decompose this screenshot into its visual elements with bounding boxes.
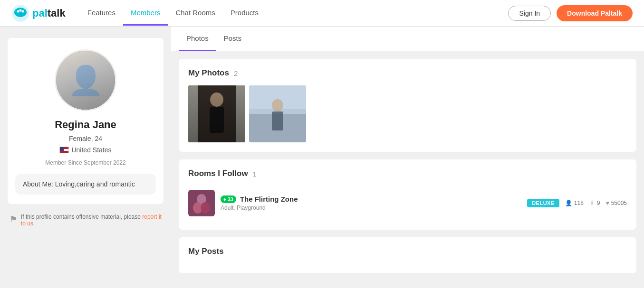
svg-rect-11 (198, 85, 236, 142)
photos-grid (188, 85, 627, 142)
photo-1-image (188, 85, 245, 142)
rooms-section: Rooms I Follow 1 ♦ 33 (179, 159, 636, 230)
room-badges: DELUXE 👤 118 🎙 9 ♥ 55005 (527, 199, 627, 207)
nav-features[interactable]: Features (80, 1, 123, 26)
rooms-count: 1 (253, 170, 257, 178)
tab-posts[interactable]: Posts (216, 27, 250, 51)
room-stat-mics: 🎙 9 (589, 200, 600, 206)
report-area: ⚑ If this profile contains offensive mat… (8, 214, 163, 227)
avatar-image (56, 49, 115, 111)
sidebar: Regina Jane Female, 24 United States Mem… (0, 27, 171, 288)
profile-card: Regina Jane Female, 24 United States Mem… (8, 38, 163, 204)
page-body: Regina Jane Female, 24 United States Mem… (0, 27, 644, 288)
mic-icon: 🎙 (589, 200, 595, 206)
avatar-svg (56, 49, 115, 111)
photo-2-image (249, 85, 306, 142)
svg-rect-14 (188, 85, 198, 142)
nav-products[interactable]: Products (223, 1, 266, 26)
header: paltalk Features Members Chat Rooms Prod… (0, 0, 644, 27)
room-item: ♦ 33 The Flirting Zone Adult, Playground… (188, 186, 627, 220)
country-name: United States (71, 146, 111, 154)
svg-point-4 (22, 10, 24, 12)
svg-point-24 (201, 202, 210, 214)
signin-button[interactable]: Sign In (508, 6, 551, 21)
room-level: 33 (228, 196, 233, 202)
svg-rect-13 (210, 107, 224, 133)
profile-name: Regina Jane (55, 119, 116, 131)
posts-title: My Posts (188, 247, 627, 256)
members-icon: 👤 (565, 200, 572, 206)
download-button[interactable]: Download Paltalk (557, 5, 633, 21)
photos-count: 2 (234, 69, 238, 77)
svg-rect-7 (56, 49, 115, 111)
tab-photos[interactable]: Photos (179, 27, 216, 51)
members-count: 118 (574, 200, 584, 206)
svg-rect-10 (188, 85, 245, 142)
room-thumb-image (188, 190, 215, 216)
svg-point-19 (272, 99, 283, 111)
svg-point-12 (210, 93, 223, 107)
room-thumbnail[interactable] (188, 190, 215, 216)
svg-rect-6 (56, 49, 115, 111)
room-info: ♦ 33 The Flirting Zone Adult, Playground (221, 195, 521, 211)
svg-point-9 (69, 75, 105, 111)
photo-1[interactable] (188, 85, 245, 142)
flag-icon (59, 147, 69, 153)
room-name[interactable]: The Flirting Zone (240, 195, 298, 203)
diamond-icon: ♦ (223, 196, 226, 202)
logo-text: paltalk (32, 7, 66, 19)
room-stat-members: 👤 118 (565, 200, 584, 206)
room-level-badge: ♦ 33 (221, 195, 236, 203)
svg-rect-20 (272, 111, 283, 130)
svg-point-2 (17, 10, 19, 12)
tabs-bar: Photos Posts (171, 27, 644, 51)
report-text: If this profile contains offensive mater… (21, 214, 162, 227)
photos-title: My Photos 2 (188, 68, 627, 78)
deluxe-badge: DELUXE (527, 199, 559, 207)
photo-2[interactable] (249, 85, 306, 142)
svg-point-3 (19, 9, 22, 11)
room-stat-hearts: ♥ 55005 (606, 200, 627, 206)
mics-count: 9 (597, 200, 600, 206)
logo-icon (11, 4, 29, 22)
photos-section: My Photos 2 (179, 59, 636, 152)
rooms-title: Rooms I Follow 1 (188, 169, 627, 178)
flag-report-icon: ⚑ (10, 214, 17, 224)
room-name-row: ♦ 33 The Flirting Zone (221, 195, 521, 203)
heart-icon: ♥ (606, 200, 609, 206)
svg-point-8 (77, 58, 97, 81)
header-actions: Sign In Download Paltalk (508, 5, 633, 21)
main-content: Photos Posts My Photos 2 (171, 27, 644, 288)
about-me-bubble: About Me: Loving,caring and romantic (15, 174, 156, 195)
hearts-count: 55005 (611, 200, 627, 206)
svg-rect-15 (236, 85, 245, 142)
room-tags: Adult, Playground (221, 204, 521, 211)
member-since: Member Since September 2022 (45, 159, 125, 166)
profile-country: United States (59, 146, 111, 154)
posts-section: My Posts (179, 237, 636, 273)
avatar (55, 49, 116, 111)
nav-chatrooms[interactable]: Chat Rooms (168, 1, 222, 26)
nav-members[interactable]: Members (123, 1, 168, 26)
main-nav: Features Members Chat Rooms Products (80, 1, 266, 26)
logo-link[interactable]: paltalk (11, 4, 66, 22)
profile-meta: Female, 24 (69, 135, 102, 142)
